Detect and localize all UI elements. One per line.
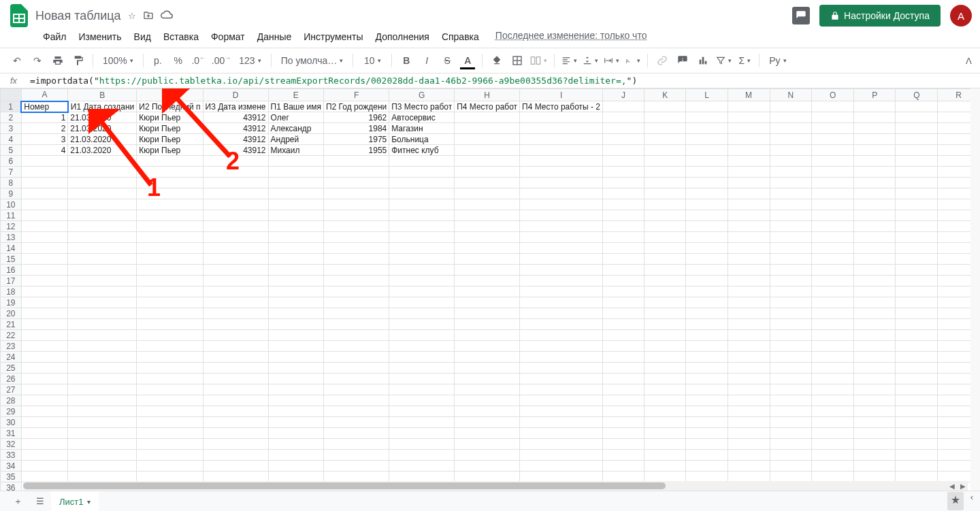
cell[interactable] (389, 210, 455, 221)
cell[interactable] (520, 428, 603, 439)
cell[interactable] (812, 276, 854, 286)
cell[interactable]: П2 Год рождени (323, 101, 389, 112)
cell[interactable] (389, 265, 455, 276)
cell[interactable] (896, 461, 938, 472)
cell[interactable]: 1 (21, 112, 68, 123)
cell[interactable] (520, 330, 603, 341)
cell[interactable] (812, 221, 854, 232)
cell[interactable] (603, 101, 644, 112)
cell[interactable] (268, 461, 323, 472)
cell[interactable] (520, 461, 603, 472)
cell[interactable] (686, 395, 728, 406)
cell[interactable] (68, 156, 137, 167)
col-header[interactable]: B (68, 89, 137, 101)
cell[interactable] (323, 330, 389, 341)
col-header[interactable]: F (323, 89, 389, 101)
font-family-select[interactable]: По умолча… (277, 52, 348, 69)
cell[interactable] (644, 297, 686, 308)
cell[interactable] (520, 276, 603, 286)
cell[interactable]: 1984 (323, 123, 389, 134)
cell[interactable] (137, 374, 203, 384)
cell[interactable] (603, 406, 644, 417)
cell[interactable] (812, 210, 854, 221)
cell[interactable] (137, 167, 203, 178)
row-header[interactable]: 33 (1, 450, 22, 461)
cell[interactable] (603, 199, 644, 210)
cell[interactable] (770, 167, 812, 178)
cell[interactable]: 43912 (203, 112, 268, 123)
cell[interactable] (686, 101, 728, 112)
cell[interactable] (389, 341, 455, 352)
cell[interactable] (520, 145, 603, 156)
cell[interactable] (644, 167, 686, 178)
cell[interactable] (68, 428, 137, 439)
cell[interactable] (603, 276, 644, 286)
cell[interactable] (68, 439, 137, 450)
row-header[interactable]: 6 (1, 156, 22, 167)
cell[interactable] (770, 384, 812, 395)
cell[interactable] (389, 363, 455, 374)
cell[interactable] (268, 417, 323, 428)
cell[interactable] (854, 428, 896, 439)
cell[interactable] (268, 167, 323, 178)
cell[interactable] (68, 167, 137, 178)
cell[interactable] (644, 461, 686, 472)
cell[interactable] (770, 297, 812, 308)
cell[interactable] (728, 101, 770, 112)
bold-button[interactable]: B (397, 52, 415, 69)
cell[interactable] (644, 145, 686, 156)
cell[interactable] (268, 308, 323, 319)
cell[interactable] (323, 363, 389, 374)
cell[interactable] (137, 221, 203, 232)
cell[interactable] (203, 221, 268, 232)
cell[interactable] (389, 199, 455, 210)
cell[interactable]: Андрей (268, 134, 323, 145)
cell[interactable] (812, 232, 854, 243)
cell[interactable] (389, 352, 455, 363)
cell[interactable] (137, 406, 203, 417)
cell[interactable] (896, 286, 938, 297)
cell[interactable] (68, 297, 137, 308)
cell[interactable] (68, 243, 137, 254)
cell[interactable] (812, 330, 854, 341)
cell[interactable] (686, 384, 728, 395)
cell[interactable] (854, 417, 896, 428)
cell[interactable] (389, 406, 455, 417)
cell[interactable] (644, 178, 686, 188)
cell[interactable] (686, 461, 728, 472)
cell[interactable] (896, 319, 938, 330)
comments-icon[interactable] (792, 7, 810, 24)
cell[interactable] (455, 450, 520, 461)
cell[interactable]: 43912 (203, 134, 268, 145)
cell[interactable] (455, 428, 520, 439)
cell[interactable] (812, 406, 854, 417)
cell[interactable] (389, 243, 455, 254)
row-header[interactable]: 28 (1, 395, 22, 406)
cell[interactable] (854, 199, 896, 210)
cell[interactable] (644, 232, 686, 243)
cell[interactable] (728, 123, 770, 134)
cell[interactable] (323, 297, 389, 308)
cell[interactable] (896, 363, 938, 374)
cell[interactable] (728, 178, 770, 188)
cell[interactable] (455, 319, 520, 330)
filter-button[interactable] (715, 52, 733, 69)
cell[interactable] (686, 428, 728, 439)
cell[interactable] (455, 417, 520, 428)
menu-format[interactable]: Формат (206, 30, 250, 44)
cell[interactable] (455, 308, 520, 319)
cell[interactable]: Фитнес клуб (389, 145, 455, 156)
cell[interactable] (896, 384, 938, 395)
cell[interactable] (603, 395, 644, 406)
cell[interactable] (520, 265, 603, 276)
col-header[interactable]: G (389, 89, 455, 101)
borders-button[interactable] (508, 52, 526, 69)
cell[interactable] (268, 297, 323, 308)
cell[interactable] (68, 276, 137, 286)
cell[interactable]: П3 Место работ (389, 101, 455, 112)
cell[interactable] (686, 439, 728, 450)
cell[interactable] (389, 450, 455, 461)
cell[interactable] (137, 188, 203, 199)
cell[interactable]: Кюри Пьер (137, 145, 203, 156)
col-header[interactable]: I (520, 89, 603, 101)
